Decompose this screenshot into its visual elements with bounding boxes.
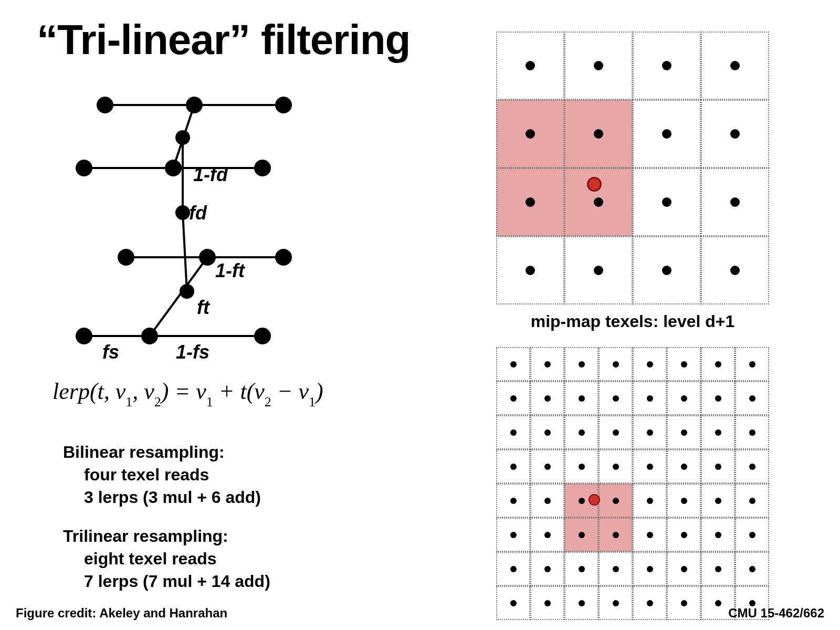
caption-dplus1: mip-map texels: level d+1 [462,312,803,331]
texel-center-dot [681,361,687,368]
texel-center-dot [749,361,755,368]
texel-center-dot [544,498,551,504]
texel-center-dot [715,566,721,572]
texel-center-dot [730,129,740,139]
texel-center-dot [510,498,517,504]
texel-center-dot [579,600,585,606]
svg-point-12 [165,160,182,176]
texel-center-dot [510,532,517,538]
texel-center-dot [510,566,517,572]
lerp-equation: lerp(t, v1, v2) = v1 + t(v2 − v1) [52,378,323,408]
label-ft: ft [197,297,209,319]
texel-center-dot [681,395,687,402]
texel-center-dot [662,197,671,207]
texel-center-dot [730,61,740,70]
trilinear-line1: eight texel reads [63,548,270,570]
svg-point-19 [180,284,194,299]
course-code: CMU 15-462/662 [728,606,824,621]
texel-center-dot [579,532,585,538]
texel-center-dot [579,566,585,572]
label-1-ft: 1-ft [215,260,245,282]
texel-center-dot [749,498,755,504]
texel-center-dot [662,61,671,70]
svg-line-7 [183,213,187,291]
texel-center-dot [681,600,687,606]
trilinear-diagram: 1-fd fd 1-ft ft fs 1-fs [52,84,326,362]
texel-center-dot [681,498,687,504]
sample-point [589,494,600,506]
texel-center-dot [613,361,619,368]
texel-center-dot [715,429,721,436]
texel-center-dot [715,600,721,606]
texel-center-dot [715,395,721,402]
texel-center-dot [749,532,755,538]
texel-center-dot [526,129,535,139]
texel-center-dot [544,532,551,538]
texel-center-dot [749,429,755,436]
texel-center-dot [510,600,517,606]
texel-center-dot [647,395,653,402]
figure-credit: Figure credit: Akeley and Hanrahan [16,606,227,621]
texel-center-dot [749,464,755,470]
texel-center-dot [510,361,517,368]
texel-center-dot [647,566,653,572]
bilinear-block: Bilinear resampling: four texel reads 3 … [63,441,261,509]
texel-center-dot [579,464,585,470]
label-1-fd: 1-fd [193,164,228,186]
texel-center-dot [613,566,619,572]
label-fd: fd [189,202,207,224]
label-1-fs: 1-fs [176,341,209,363]
texel-center-dot [647,600,653,606]
texel-center-dot [749,395,755,402]
texel-center-dot [647,464,653,470]
texel-center-dot [681,464,687,470]
texel-center-dot [544,395,551,402]
texel-center-dot [681,566,687,572]
bilinear-line2: 3 lerps (3 mul + 6 add) [63,486,261,509]
texel-center-dot [613,429,619,436]
texel-center-dot [681,532,687,538]
texel-center-dot [613,498,619,504]
trilinear-block: Trilinear resampling: eight texel reads … [63,525,270,593]
texel-center-dot [544,464,551,470]
texel-center-dot [579,429,585,436]
texel-center-dot [749,566,755,572]
texel-center-dot [526,61,535,70]
texel-center-dot [579,361,585,368]
svg-point-8 [97,97,113,113]
svg-point-14 [175,130,190,145]
texel-center-dot [594,129,603,139]
bilinear-heading: Bilinear resampling: [63,443,225,461]
trilinear-line2: 7 lerps (7 mul + 14 add) [63,570,270,593]
bilinear-line1: four texel reads [63,464,261,486]
svg-point-22 [254,328,271,344]
svg-point-17 [199,249,216,266]
texel-center-dot [613,464,619,470]
caption-d: mip-map texels: level d [462,627,803,630]
texel-center-dot [715,361,721,368]
texel-center-dot [510,395,517,402]
texel-center-dot [715,464,721,470]
label-fs: fs [102,341,119,363]
sample-point [587,177,602,192]
texel-center-dot [613,532,619,538]
texel-center-dot [579,395,585,402]
svg-point-18 [275,249,292,266]
texel-center-dot [544,600,551,606]
svg-point-21 [141,328,158,344]
svg-point-15 [175,205,190,220]
texel-center-dot [715,532,721,538]
svg-point-10 [275,97,292,113]
texel-center-dot [647,429,653,436]
texel-center-dot [647,532,653,538]
svg-point-13 [254,160,271,176]
texel-center-dot [594,197,603,207]
svg-point-20 [76,328,92,344]
texel-center-dot [594,266,603,275]
texel-center-dot [510,429,517,436]
texel-center-dot [613,395,619,402]
texel-center-dot [662,129,671,139]
texel-center-dot [749,600,755,606]
texel-center-dot [662,266,671,275]
trilinear-heading: Trilinear resampling: [63,527,228,545]
